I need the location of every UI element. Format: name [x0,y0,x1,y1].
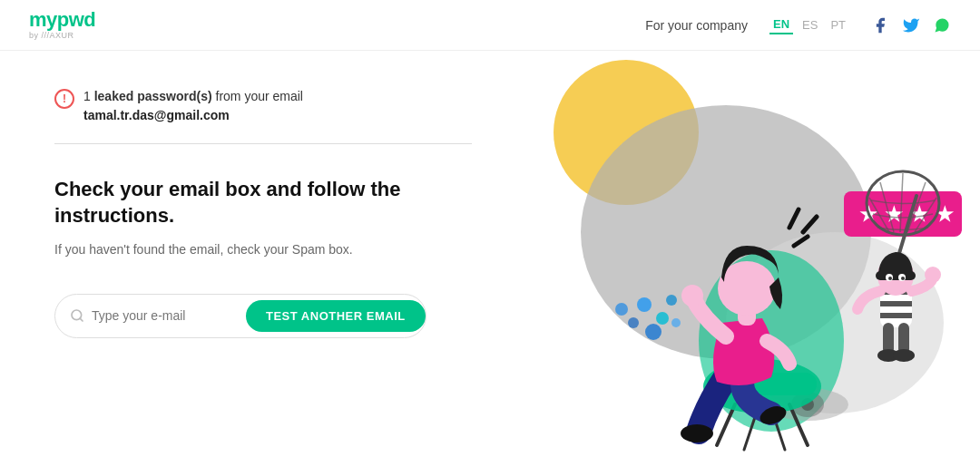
svg-point-24 [681,285,703,306]
test-another-email-button[interactable]: TEST ANOTHER EMAIL [246,300,426,332]
svg-line-1 [80,318,83,321]
svg-point-48 [888,277,892,280]
svg-rect-45 [876,271,916,280]
warning-icon: ! [54,89,74,109]
svg-point-11 [671,318,681,327]
whatsapp-icon[interactable] [933,16,951,34]
left-panel: ! 1 leaked password(s) from your emailta… [0,51,526,457]
svg-rect-42 [880,313,912,318]
for-company-link[interactable]: For your company [645,18,748,33]
email-input[interactable] [92,308,246,323]
sub-text: If you haven't found the email, check yo… [54,241,472,259]
alert-box: ! 1 leaked password(s) from your emailta… [54,87,472,144]
svg-point-53 [893,349,915,362]
svg-point-43 [925,267,941,283]
language-switcher: EN ES PT [769,15,849,34]
facebook-icon[interactable] [871,16,889,34]
svg-point-10 [615,303,628,316]
svg-rect-41 [880,301,912,306]
svg-point-5 [637,297,652,312]
social-icons-group [871,16,951,34]
right-panel-illustration: ★★★★ [526,51,980,457]
svg-point-22 [681,424,713,442]
logo[interactable]: mypwd by ///AXUR [29,9,95,40]
lang-en[interactable]: EN [769,15,793,34]
svg-point-6 [656,312,669,325]
logo-sub-text: by ///AXUR [29,32,95,41]
header-right: For your company EN ES PT [645,15,951,34]
logo-main-text: mypwd [29,9,95,31]
twitter-icon[interactable] [902,16,920,34]
leak-count: 1 [83,89,91,103]
svg-point-7 [628,317,639,328]
leaked-label: leaked password(s) [94,89,212,103]
search-icon [70,308,84,323]
content-section: Check your email box and follow the inst… [54,177,472,338]
lang-pt[interactable]: PT [827,16,849,34]
alert-text: 1 leaked password(s) from your emailtama… [83,87,303,125]
svg-point-8 [645,324,662,340]
illustration: ★★★★ [526,51,980,457]
search-input-wrap [70,308,246,323]
svg-point-9 [666,295,677,306]
svg-point-49 [901,277,905,280]
alert-email: tamal.tr.das@gmail.com [83,108,230,122]
lang-es[interactable]: ES [799,16,821,34]
search-row: TEST ANOTHER EMAIL [54,294,426,338]
header: mypwd by ///AXUR For your company EN ES … [0,0,980,51]
main-content: ! 1 leaked password(s) from your emailta… [0,51,980,457]
main-heading: Check your email box and follow the inst… [54,177,417,228]
